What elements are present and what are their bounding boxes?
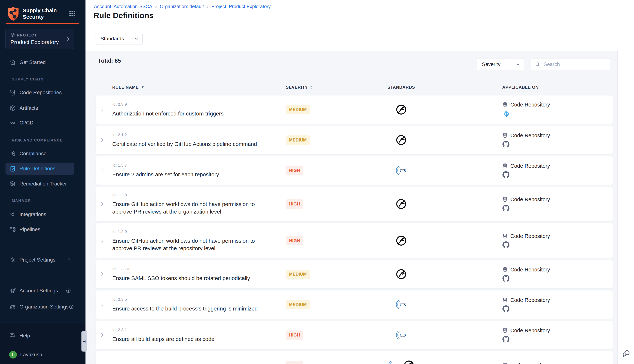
sidebar-item-organization-settings[interactable]: Organization Settings (6, 301, 74, 313)
sidebar-item-code-repositories[interactable]: Code Repositories (6, 86, 74, 98)
home-icon (9, 59, 16, 66)
column-header-applicable-on: APPLICABLE ON (443, 85, 613, 90)
table-row[interactable]: Id: 1.2.8Ensure GitHub action workflows … (96, 187, 613, 221)
main-area: Account: Automation-SSCA›Organization: d… (86, 0, 634, 364)
breadcrumb-link[interactable]: Account: Automation-SSCA (94, 4, 152, 9)
sidebar-item-integrations[interactable]: Integrations (6, 208, 74, 220)
severity-badge: HIGH (286, 236, 303, 246)
table-row[interactable]: Id: 2.3.1Ensure all build steps are defi… (96, 321, 613, 349)
code-repository-icon (502, 197, 508, 202)
sidebar-collapse-handle[interactable]: ◀ (82, 331, 87, 352)
applicable-on: Code Repository (443, 132, 613, 148)
rule-id: Id: 2.3.9 (112, 102, 283, 107)
owasp-icon (396, 134, 407, 146)
doc-search-icon (9, 150, 16, 157)
code-repository-icon (502, 328, 508, 333)
chat-bubbles-icon[interactable] (622, 349, 631, 358)
search-input[interactable] (543, 61, 604, 68)
owasp-icon (396, 104, 407, 115)
sidebar-item-pipelines[interactable]: Pipelines (6, 224, 74, 236)
expand-chevron-icon[interactable] (99, 363, 105, 364)
expand-chevron-icon[interactable] (99, 168, 105, 173)
app-switcher-button[interactable] (68, 10, 76, 17)
breadcrumb-link[interactable]: Organization: default (160, 4, 204, 9)
expand-chevron-icon[interactable] (99, 137, 105, 143)
box-wrench-icon (9, 180, 16, 187)
rule-id: Id: 1.3.10 (112, 267, 283, 272)
chevron-down-icon (134, 36, 139, 42)
table-row[interactable]: Id: 2.3.5Ensure access to the build proc… (96, 290, 613, 319)
column-header-severity[interactable]: SEVERITY ▲▼ (283, 85, 360, 90)
scroll-gutter (617, 51, 634, 364)
rule-name: Ensure GitHub action workflows do not ha… (112, 237, 274, 252)
code-repository-icon (502, 267, 508, 272)
search-box (531, 58, 610, 70)
severity-filter-dropdown[interactable]: Severity (477, 58, 524, 70)
table-row[interactable]: Id: 1.3.10Ensure SAML SSO tokens should … (96, 260, 613, 288)
applicable-on-label: Code Repository (510, 233, 550, 239)
rule-id: Id: 1.3.7 (112, 163, 283, 168)
rule-name: Certificate not verified by GitHub Actio… (112, 140, 274, 148)
expand-chevron-icon[interactable] (99, 238, 105, 244)
standards-filter-dropdown[interactable]: Standards (96, 32, 143, 45)
expand-chevron-icon[interactable] (99, 332, 105, 338)
chevron-right-icon (66, 258, 71, 262)
github-icon (502, 242, 509, 248)
rule-id: Id: 1.2.9 (112, 229, 283, 234)
project-selector[interactable]: PROJECT Product Exploratory (6, 28, 74, 49)
applicable-on-label: Code Repository (510, 102, 550, 108)
sidebar-item-project-settings[interactable]: Project Settings (6, 254, 74, 266)
standards-filter-label: Standards (101, 36, 124, 42)
standards-icons: CIS (360, 165, 443, 176)
clipboard-check-icon (9, 165, 16, 172)
expand-chevron-icon[interactable] (99, 302, 105, 307)
expand-chevron-icon[interactable] (99, 107, 105, 112)
sidebar-item-remediation-tracker[interactable]: Remediation Tracker (6, 178, 74, 190)
rule-name: Ensure GitHub action workflows do not ha… (112, 200, 274, 215)
rule-id: Id: 1.2.8 (112, 193, 283, 198)
rule-name: Authorization not enforced for custom tr… (112, 110, 274, 117)
sidebar-section-supply-chain: SUPPLY CHAIN (12, 77, 44, 82)
cis-icon: CIS (396, 165, 407, 176)
sort-updown-icon: ▲▼ (310, 85, 312, 90)
org-gear-icon (9, 303, 16, 310)
sidebar-item-get-started[interactable]: Get Started (6, 56, 74, 68)
sidebar-item-ci-cd[interactable]: CI/CD (6, 117, 74, 129)
sidebar-item-account-settings[interactable]: Account Settings (6, 285, 74, 297)
severity-badge: MEDIUM (286, 270, 310, 279)
sidebar-item-artifacts[interactable]: Artifacts (6, 102, 74, 114)
sort-desc-icon: ▼ (141, 85, 145, 89)
accent-divider (6, 23, 79, 24)
rule-name: Ensure all build steps are defined as co… (112, 335, 274, 343)
grid-dots-icon (68, 10, 76, 17)
sidebar-item-compliance[interactable]: Compliance (6, 148, 74, 160)
table-header: RULE NAME▼ SEVERITY ▲▼ STANDARDS APPLICA… (96, 82, 613, 92)
github-icon (502, 336, 509, 343)
table-row[interactable]: Id: 2.1.2Certificate not verified by Git… (96, 126, 613, 154)
layers-gear-icon (9, 287, 16, 294)
expand-chevron-icon[interactable] (99, 201, 105, 207)
expand-chevron-icon[interactable] (99, 272, 105, 277)
shield-logo-icon (6, 6, 21, 22)
pipelines-icon (9, 226, 16, 233)
table-row[interactable]: Id: 1.3.7Ensure 2 admins are set for eac… (96, 156, 613, 184)
sidebar-item-rule-definitions[interactable]: Rule Definitions (6, 162, 74, 175)
severity-badge: MEDIUM (286, 136, 310, 145)
applicable-on-label: Code Repository (510, 196, 550, 202)
table-row[interactable]: Id: 1.1.9 HIGH CIS Code Repository (96, 351, 613, 364)
table-row[interactable]: Id: 1.2.9Ensure GitHub action workflows … (96, 224, 613, 258)
gear-icon (9, 256, 16, 264)
applicable-on-label: Code Repository (510, 163, 550, 169)
sidebar-item-help[interactable]: Help (6, 330, 74, 342)
applicable-on-label: Code Repository (510, 328, 550, 334)
github-icon (502, 141, 509, 148)
table-row[interactable]: Id: 2.3.9Authorization not enforced for … (96, 96, 613, 124)
svg-text:CIS: CIS (400, 303, 406, 307)
applicable-on: Code Repository (443, 297, 613, 312)
chat-bubbles-icon[interactable] (622, 349, 631, 358)
severity-badge: HIGH (286, 361, 303, 364)
breadcrumb-link[interactable]: Project: Product Exploratory (211, 4, 271, 9)
user-menu[interactable]: L Lavakush (6, 348, 74, 361)
total-count: Total: 65 (98, 58, 121, 64)
column-header-rule-name[interactable]: RULE NAME▼ (109, 85, 283, 90)
